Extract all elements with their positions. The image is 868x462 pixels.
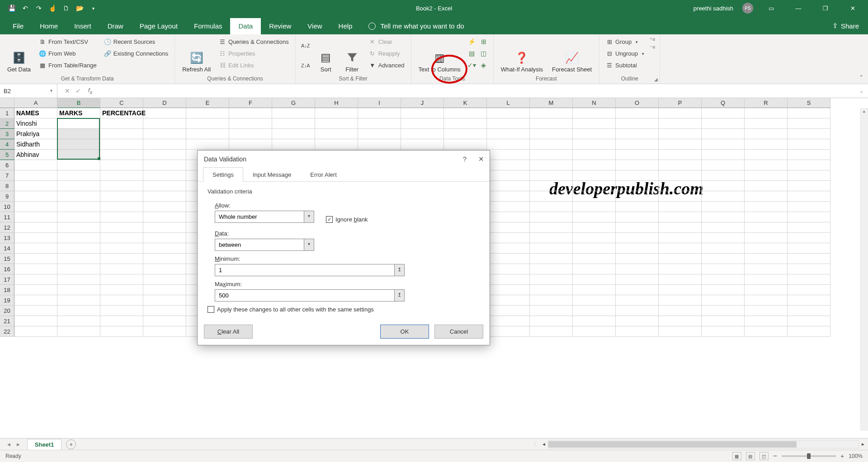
cell[interactable] xyxy=(788,202,830,212)
cell[interactable] xyxy=(14,202,57,212)
column-header[interactable]: O xyxy=(616,98,659,108)
row-header[interactable]: 21 xyxy=(0,316,14,326)
cell[interactable] xyxy=(659,233,702,243)
cell[interactable] xyxy=(57,202,100,212)
hide-detail-icon[interactable]: ⁻≡ xyxy=(650,44,655,50)
cell[interactable] xyxy=(100,295,143,306)
cell[interactable] xyxy=(143,243,186,254)
column-header[interactable]: J xyxy=(401,98,444,108)
cell[interactable] xyxy=(616,139,659,150)
cell[interactable] xyxy=(573,243,616,254)
sort-button[interactable]: ▤ Sort xyxy=(315,37,337,75)
cell[interactable] xyxy=(616,222,659,233)
cell[interactable] xyxy=(788,316,830,326)
cell[interactable] xyxy=(487,222,530,233)
cell[interactable] xyxy=(659,243,702,254)
cell[interactable] xyxy=(702,160,745,170)
ribbon-display-options-icon[interactable]: ▭ xyxy=(762,5,780,12)
cell[interactable] xyxy=(745,274,788,285)
cell[interactable] xyxy=(530,254,573,264)
cell[interactable] xyxy=(143,160,186,170)
cell[interactable] xyxy=(530,295,573,306)
dialog-help-icon[interactable]: ? xyxy=(463,155,467,163)
cell[interactable] xyxy=(788,150,830,160)
cell[interactable] xyxy=(143,118,186,129)
from-table-range-button[interactable]: ▦From Table/Range xyxy=(37,60,99,71)
column-header[interactable]: K xyxy=(444,98,487,108)
cell[interactable] xyxy=(745,108,788,118)
cell[interactable] xyxy=(100,212,143,222)
cell[interactable] xyxy=(530,222,573,233)
cell[interactable] xyxy=(573,108,616,118)
cell[interactable] xyxy=(57,243,100,254)
cell[interactable] xyxy=(530,160,573,170)
cell[interactable] xyxy=(616,160,659,170)
cell[interactable] xyxy=(616,326,659,337)
cell[interactable] xyxy=(788,191,830,202)
cell[interactable] xyxy=(659,191,702,202)
cell[interactable] xyxy=(745,285,788,295)
cell[interactable] xyxy=(573,264,616,274)
cell[interactable] xyxy=(530,233,573,243)
cell[interactable] xyxy=(702,316,745,326)
cell[interactable] xyxy=(358,108,401,118)
cell[interactable] xyxy=(745,118,788,129)
column-header[interactable]: M xyxy=(530,98,573,108)
cell[interactable] xyxy=(573,118,616,129)
cell[interactable] xyxy=(745,181,788,191)
cell[interactable] xyxy=(100,118,143,129)
row-header[interactable]: 13 xyxy=(0,233,14,243)
open-icon[interactable]: 📂 xyxy=(76,5,83,12)
group-button[interactable]: ⊞Group▾ xyxy=(604,37,646,47)
allow-dropdown-icon[interactable]: ▾ xyxy=(304,211,314,223)
hscroll-right-icon[interactable]: ► xyxy=(859,442,867,447)
cell[interactable] xyxy=(487,139,530,150)
cell[interactable] xyxy=(702,150,745,160)
cell[interactable] xyxy=(616,191,659,202)
cell[interactable] xyxy=(57,170,100,181)
cell[interactable] xyxy=(616,295,659,306)
cell[interactable] xyxy=(229,129,272,139)
cell[interactable] xyxy=(315,139,358,150)
cell[interactable] xyxy=(143,139,186,150)
cell[interactable] xyxy=(14,295,57,306)
clear-all-button[interactable]: Clear All xyxy=(204,325,253,339)
cell[interactable] xyxy=(530,316,573,326)
cell[interactable] xyxy=(788,295,830,306)
filter-button[interactable]: Filter xyxy=(341,37,363,75)
cell[interactable] xyxy=(573,160,616,170)
name-box[interactable]: B2 ▼ xyxy=(0,84,57,98)
column-header[interactable]: E xyxy=(186,98,229,108)
cell[interactable] xyxy=(659,129,702,139)
row-header[interactable]: 11 xyxy=(0,212,14,222)
tab-home[interactable]: Home xyxy=(32,18,66,34)
cell[interactable] xyxy=(57,150,100,160)
cell[interactable] xyxy=(616,233,659,243)
column-header[interactable]: I xyxy=(358,98,401,108)
tab-help[interactable]: Help xyxy=(330,18,361,34)
cell[interactable] xyxy=(788,254,830,264)
cell[interactable] xyxy=(745,129,788,139)
recent-sources-button[interactable]: 🕓Recent Sources xyxy=(102,37,170,47)
cell[interactable] xyxy=(100,222,143,233)
get-data-button[interactable]: 🗄️ Get Data xyxy=(5,37,33,75)
from-web-button[interactable]: 🌐From Web xyxy=(37,48,99,59)
cell[interactable] xyxy=(143,191,186,202)
row-header[interactable]: 19 xyxy=(0,295,14,306)
cell[interactable] xyxy=(573,326,616,337)
allow-combo[interactable]: ▾ xyxy=(215,211,314,223)
cell[interactable] xyxy=(100,254,143,264)
fx-icon[interactable]: fx xyxy=(88,87,97,95)
cell[interactable] xyxy=(100,129,143,139)
tab-data[interactable]: Data xyxy=(230,18,261,34)
cell[interactable] xyxy=(573,316,616,326)
cell[interactable] xyxy=(57,212,100,222)
cell[interactable] xyxy=(100,326,143,337)
cell[interactable] xyxy=(745,316,788,326)
cell[interactable] xyxy=(745,150,788,160)
cell[interactable] xyxy=(487,118,530,129)
close-icon[interactable]: ✕ xyxy=(844,5,862,12)
cell[interactable] xyxy=(487,108,530,118)
cell[interactable] xyxy=(14,316,57,326)
cell[interactable] xyxy=(401,118,444,129)
